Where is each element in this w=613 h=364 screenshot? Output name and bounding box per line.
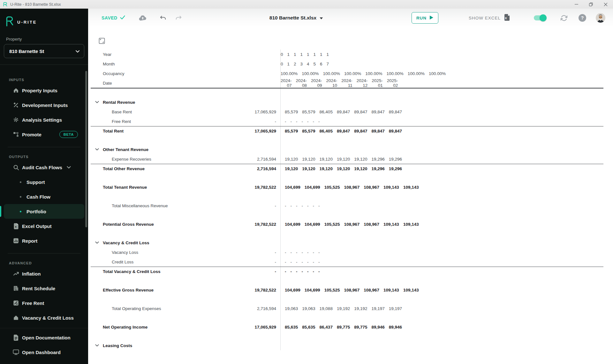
- month-cell: -: [313, 203, 319, 208]
- sidebar-item-label: Property Inputs: [22, 88, 57, 93]
- month-cell: 19,120: [337, 166, 354, 171]
- sidebar-item-open-dashboard[interactable]: Open Dashboard: [4, 345, 84, 360]
- month-cell: 1: [320, 52, 327, 57]
- table-row: Vacancy Loss--------: [91, 247, 603, 257]
- month-cell: 105,525: [324, 185, 344, 190]
- avatar[interactable]: [596, 9, 605, 27]
- month-cell: 108,967: [344, 222, 364, 227]
- table-row: Total Operating Expenses2,716,59419,0631…: [91, 304, 603, 313]
- u-rite-logo: [3, 2, 8, 7]
- table-row: Expense Recoveries2,716,59419,12019,1201…: [91, 154, 603, 164]
- month-cell: 100.00%: [302, 71, 323, 76]
- sidebar-item-rent-schedule[interactable]: Rent Schedule: [4, 281, 84, 296]
- chevron-down-icon[interactable]: [95, 241, 99, 244]
- sidebar-item-label: Development Inputs: [22, 102, 68, 108]
- sidebar-item-analysis-settings[interactable]: Analysis Settings: [4, 112, 84, 127]
- sidebar-item-inflation[interactable]: Inflation: [4, 266, 84, 281]
- divider: [8, 147, 80, 147]
- property-select[interactable]: 810 Barnette St: [4, 44, 84, 58]
- month-cell: -: [285, 269, 291, 274]
- sidebar-item-label: Support: [26, 179, 45, 185]
- expand-icon[interactable]: [99, 38, 105, 45]
- sidebar-scrollbar[interactable]: [85, 71, 87, 227]
- undo-icon[interactable]: [160, 9, 167, 27]
- sidebar-item-support[interactable]: Support: [4, 175, 84, 189]
- month-cell: -: [302, 269, 307, 274]
- sidebar-item-vacancy-credit-loss[interactable]: Vacancy & Credit Loss: [4, 310, 84, 325]
- sidebar-item-label: Free Rent: [22, 300, 44, 306]
- workbook-title[interactable]: 810 Barnette St.xlsx: [269, 9, 323, 27]
- row-label: Date: [91, 81, 223, 86]
- sidebar-item-promote[interactable]: PromoteBETA: [4, 127, 84, 142]
- sidebar-item-cash-flow[interactable]: Cash Flow: [4, 189, 84, 204]
- month-cell: -: [307, 203, 313, 208]
- month-cell: 108,967: [344, 288, 364, 292]
- cashflow-content: Year01111111Month01234567Occupancy100.00…: [88, 27, 613, 364]
- chevron-down-icon[interactable]: [67, 166, 71, 169]
- minimize-icon[interactable]: [569, 0, 584, 9]
- window-title: U-Rite - 810 Barnette St.xlsx: [10, 2, 61, 7]
- hierarchy-icon: [13, 132, 19, 137]
- spacer-row: [91, 332, 603, 341]
- row-label: Month: [91, 62, 223, 66]
- spacer-row: [91, 192, 603, 201]
- redo-icon[interactable]: [175, 9, 182, 27]
- check-icon: [120, 15, 125, 20]
- total-cell: 17,065,929: [223, 129, 280, 133]
- sidebar-item-open-documentation[interactable]: Open Documentation: [4, 330, 84, 345]
- header-row: Date2024-072024-082024-092024-102024-112…: [91, 78, 603, 88]
- month-cell: 109,143: [383, 185, 403, 190]
- month-cell: 89,847: [337, 110, 354, 114]
- sidebar-nav: INPUTSProperty InputsDevelopment InputsA…: [0, 70, 88, 364]
- show-excel-label: SHOW EXCEL: [469, 16, 501, 20]
- spacer-row: [91, 88, 603, 97]
- sidebar-item-label: Rent Schedule: [22, 286, 55, 291]
- play-icon: [429, 15, 434, 21]
- month-cell: -: [318, 260, 324, 264]
- month-cell: 0: [281, 62, 287, 66]
- month-cells: [280, 229, 321, 238]
- sidebar-item-excel-output[interactable]: xExcel Output: [4, 219, 84, 233]
- month-cell: -: [291, 119, 296, 124]
- month-cell: 86,405: [320, 110, 337, 114]
- sidebar-item-development-inputs[interactable]: Development Inputs: [4, 98, 84, 112]
- sync-icon[interactable]: [561, 9, 567, 27]
- sidebar-item-audit-cash-flows[interactable]: Audit Cash Flows: [4, 160, 84, 175]
- excel-toggle[interactable]: [534, 15, 546, 20]
- month-cells: -------: [280, 267, 324, 276]
- sidebar-item-free-rent[interactable]: Free Rent: [4, 296, 84, 310]
- cloud-upload-icon[interactable]: [139, 9, 147, 27]
- sidebar-item-label: Vacancy & Credit Loss: [22, 315, 74, 321]
- run-button[interactable]: RUN: [412, 12, 438, 24]
- month-cell: 104,699: [305, 288, 324, 292]
- close-icon[interactable]: [598, 0, 613, 9]
- excel-file-icon: x: [504, 14, 510, 22]
- chevron-down-icon[interactable]: [95, 148, 99, 151]
- month-cell: 3: [300, 62, 307, 66]
- month-cell: -: [296, 260, 302, 264]
- month-cell: 100.00%: [386, 71, 407, 76]
- restore-icon[interactable]: [584, 0, 598, 9]
- sidebar-item-report[interactable]: Report: [4, 233, 84, 248]
- chevron-down-icon[interactable]: [95, 101, 99, 103]
- trend-icon: [13, 271, 19, 276]
- total-cell: 19,782,522: [223, 222, 280, 227]
- sidebar-item-portfolio[interactable]: Portfolio: [4, 204, 84, 219]
- row-label: Total Miscellaneous Revenue: [91, 203, 223, 208]
- month-cell: 89,847: [371, 110, 389, 114]
- chevron-down-icon[interactable]: [95, 344, 99, 347]
- header-row: Month01234567: [91, 59, 603, 69]
- table-row: Credit Loss--------: [91, 257, 603, 267]
- sidebar-item-property-inputs[interactable]: Property Inputs: [4, 83, 84, 98]
- monitor-icon: [13, 349, 19, 355]
- month-cell: -: [296, 203, 302, 208]
- month-cell: 89,847: [354, 110, 371, 114]
- month-cell: -: [291, 269, 296, 274]
- gear-icon: [13, 117, 19, 123]
- total-cell: 19,782,522: [223, 185, 280, 190]
- help-icon[interactable]: ?: [579, 9, 586, 27]
- month-cell: 19,296: [389, 157, 406, 162]
- month-cell: 19,063: [302, 306, 319, 311]
- spacer-row: [91, 313, 603, 322]
- workbook-title-text: 810 Barnette St.xlsx: [269, 15, 316, 21]
